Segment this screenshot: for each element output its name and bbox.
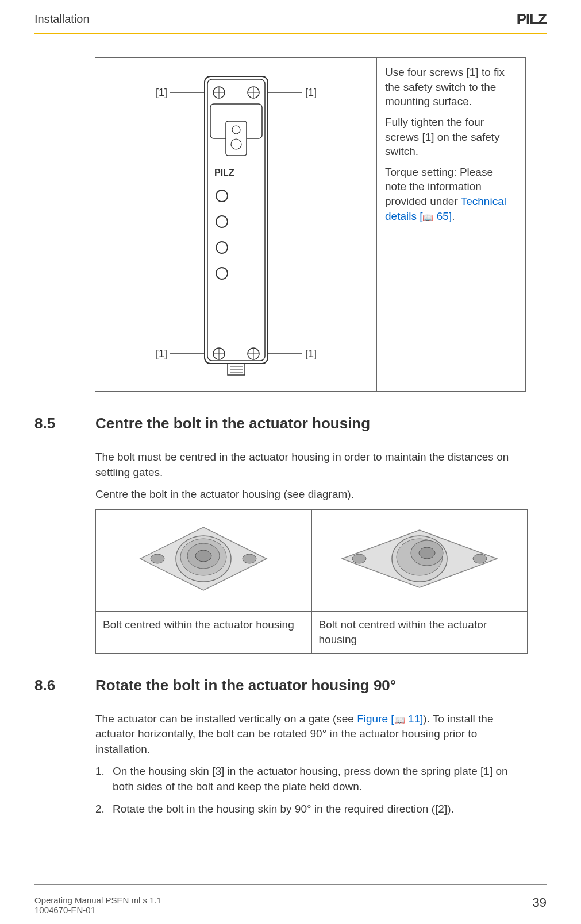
header-section-title: Installation (34, 13, 90, 26)
actuator-diagram-not-centred (325, 516, 514, 602)
page-number: 39 (533, 895, 547, 910)
section-title: Rotate the bolt in the actuator housing … (95, 676, 547, 694)
svg-point-31 (151, 554, 164, 563)
section-number: 8.6 (34, 676, 95, 694)
section-number: 8.5 (34, 415, 95, 432)
page-header: Installation PILZ (0, 0, 581, 33)
instruction-paragraph: Torque setting: Please note the informat… (385, 165, 517, 224)
list-text: Rotate the bolt in the housing skin by 9… (113, 802, 528, 817)
list-item: 1. On the housing skin [3] in the actuat… (95, 764, 528, 794)
callout-label: [1] (156, 348, 167, 359)
book-icon: 📖 (394, 714, 405, 726)
safety-switch-diagram-cell: [1] [1] [1] [1] (95, 58, 377, 392)
svg-point-39 (473, 554, 487, 563)
bolt-centred-figure (96, 509, 312, 612)
device-brand: PILZ (214, 168, 234, 177)
actuator-diagram-centred (129, 516, 278, 602)
svg-point-32 (243, 554, 256, 563)
section-title: Centre the bolt in the actuator housing (95, 415, 547, 432)
footer-rule (34, 884, 547, 885)
callout-label: [1] (156, 87, 167, 98)
bolt-centring-table: Bolt centred within the actuator housing… (95, 509, 528, 654)
list-number: 1. (95, 764, 113, 794)
figure-link[interactable]: Figure [📖 11] (357, 713, 423, 725)
callout-label: [1] (305, 348, 317, 359)
instruction-text-cell: Use four screws [1] to fix the safety sw… (377, 58, 526, 392)
numbered-list: 1. On the housing skin [3] in the actuat… (95, 764, 528, 817)
svg-rect-19 (226, 121, 247, 156)
list-number: 2. (95, 802, 113, 817)
instruction-paragraph: Fully tighten the four screws [1] on the… (385, 115, 517, 159)
caption-cell: Bolt centred within the actuator housing (96, 612, 312, 653)
svg-point-38 (352, 554, 366, 563)
bolt-not-centred-figure (311, 509, 528, 612)
brand-logo: PILZ (517, 10, 547, 28)
caption-cell: Bolt not centred within the actuator hou… (311, 612, 528, 653)
list-item: 2. Rotate the bolt in the housing skin b… (95, 802, 528, 817)
svg-point-36 (195, 550, 211, 562)
page-footer: Operating Manual PSEN ml s 1.1 1004670-E… (0, 895, 581, 915)
footer-doc-title: Operating Manual PSEN ml s 1.1 (34, 895, 161, 905)
instruction-paragraph: Use four screws [1] to fix the safety sw… (385, 65, 517, 109)
list-text: On the housing skin [3] in the actuator … (113, 764, 528, 794)
section-heading: 8.6 Rotate the bolt in the actuator hous… (34, 676, 547, 694)
body-paragraph: Centre the bolt in the actuator housing … (95, 487, 528, 502)
body-paragraph: The actuator can be installed vertically… (95, 712, 528, 757)
safety-switch-diagram: [1] [1] [1] [1] (104, 64, 368, 385)
svg-point-43 (419, 547, 435, 559)
book-icon: 📖 (422, 212, 433, 223)
body-paragraph: The bolt must be centred in the actuator… (95, 450, 528, 480)
footer-doc-id: 1004670-EN-01 (34, 905, 161, 915)
section-heading: 8.5 Centre the bolt in the actuator hous… (34, 415, 547, 432)
installation-figure-table: [1] [1] [1] [1] (95, 57, 526, 392)
callout-label: [1] (305, 87, 317, 98)
header-rule (34, 33, 547, 34)
footer-left: Operating Manual PSEN ml s 1.1 1004670-E… (34, 895, 161, 915)
